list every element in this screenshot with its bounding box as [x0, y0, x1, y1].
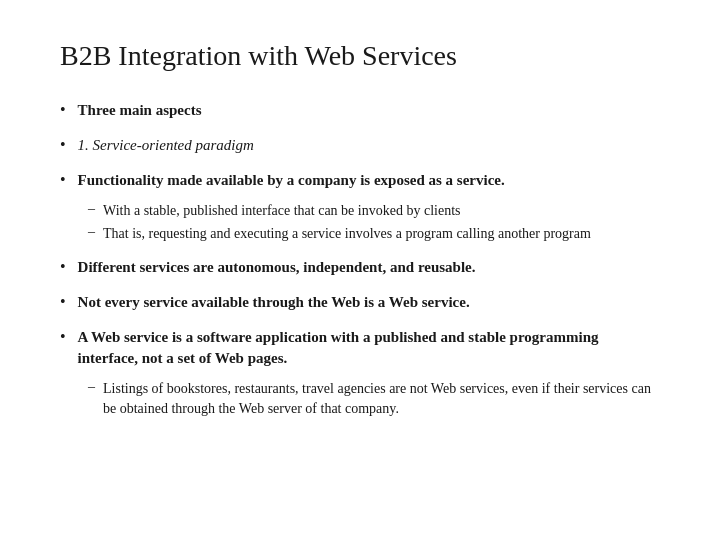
bullet-marker: • [60, 328, 66, 346]
sub-bullet-dash: – [88, 224, 95, 240]
bullet-text-three-main: Three main aspects [78, 100, 202, 121]
sub-bullet-listings: – Listings of bookstores, restaurants, t… [88, 379, 660, 418]
bullet-item-service-paradigm: • 1. Service-oriented paradigm [60, 135, 660, 156]
bullet-item-functionality: • Functionality made available by a comp… [60, 170, 660, 249]
sub-bullet-text-listings: Listings of bookstores, restaurants, tra… [103, 379, 660, 418]
bullet-marker: • [60, 171, 66, 189]
bullet-marker: • [60, 293, 66, 311]
sub-bullet-list-functionality: – With a stable, published interface tha… [88, 201, 660, 243]
bullet-row-functionality: • Functionality made available by a comp… [60, 170, 660, 191]
slide-title: B2B Integration with Web Services [60, 40, 660, 72]
bullet-item-web-service-def: • A Web service is a software applicatio… [60, 327, 660, 424]
sub-bullet-dash: – [88, 201, 95, 217]
sub-bullet-text-stable: With a stable, published interface that … [103, 201, 461, 221]
slide: B2B Integration with Web Services • Thre… [0, 0, 720, 540]
bullet-marker: • [60, 136, 66, 154]
bullet-text-not-every: Not every service available through the … [78, 292, 470, 313]
bullet-item-different-services: • Different services are autonomous, ind… [60, 257, 660, 278]
bullet-text-web-service-def: A Web service is a software application … [78, 327, 660, 369]
bullet-text-functionality: Functionality made available by a compan… [78, 170, 505, 191]
bullet-item-three-main: • Three main aspects [60, 100, 660, 121]
sub-bullet-text-requesting: That is, requesting and executing a serv… [103, 224, 591, 244]
bullet-item-not-every: • Not every service available through th… [60, 292, 660, 313]
bullet-marker: • [60, 258, 66, 276]
sub-bullet-list-web-service-def: – Listings of bookstores, restaurants, t… [88, 379, 660, 418]
sub-bullet-requesting: – That is, requesting and executing a se… [88, 224, 660, 244]
bullet-row-web-service-def: • A Web service is a software applicatio… [60, 327, 660, 369]
sub-bullet-stable: – With a stable, published interface tha… [88, 201, 660, 221]
sub-bullet-dash: – [88, 379, 95, 395]
bullet-text-service-paradigm: 1. Service-oriented paradigm [78, 135, 254, 156]
bullet-text-different-services: Different services are autonomous, indep… [78, 257, 476, 278]
bullet-marker: • [60, 101, 66, 119]
bullet-list: • Three main aspects • 1. Service-orient… [60, 100, 660, 428]
